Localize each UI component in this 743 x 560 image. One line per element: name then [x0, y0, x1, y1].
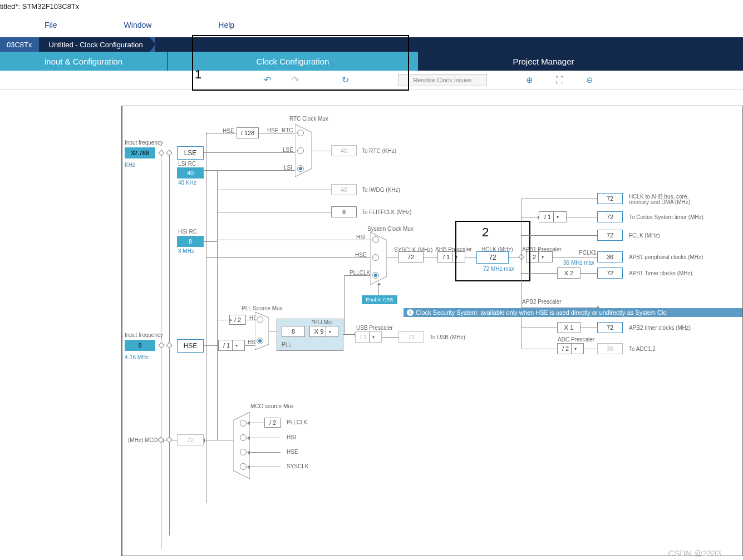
tab-strip: inout & Configuration Clock Configuratio…	[0, 52, 743, 71]
lsi-unit: 40 KHz	[178, 180, 196, 186]
menu-window[interactable]: Window	[124, 21, 152, 29]
lse-freq-input[interactable]: 32.768	[125, 147, 155, 158]
lsi-rc-label: LSI RC	[178, 161, 196, 167]
mco-hsi-label: HSI	[287, 434, 296, 440]
cortex-prescaler-select[interactable]: / 1▾	[539, 211, 567, 222]
mco-label: (MHz) MCO	[128, 437, 158, 443]
window-title: titled*: STM32F103C8Tx	[0, 0, 743, 13]
apb1-prescaler-select[interactable]: 2▾	[526, 251, 553, 262]
fit-icon[interactable]: ⛶	[555, 75, 564, 85]
apb1-timer-mul: X 2	[557, 267, 580, 279]
out-apb1p-value: 36	[597, 251, 623, 262]
hsi-unit: 8 MHz	[178, 248, 194, 254]
rtc-mux[interactable]	[295, 124, 312, 177]
reset-icon[interactable]: ↻	[331, 75, 359, 85]
hse-div-128: / 128	[237, 127, 259, 138]
menu-bar: File Window Help	[0, 13, 743, 37]
pll-mul-select[interactable]: X 9▾	[309, 326, 338, 337]
mco-value: 72	[177, 434, 204, 445]
out-apb2t-value: 72	[597, 322, 623, 333]
out-fclk-label: FCLK (MHz)	[629, 232, 660, 239]
out-adc-value: 36	[597, 343, 623, 354]
iwdg-value: 40	[331, 184, 357, 195]
to-rtc-label: To RTC (KHz)	[362, 148, 396, 154]
out-apb1p-label: APB1 peripheral clocks (MHz)	[629, 254, 703, 260]
pll-source-mux-label: PLL Source Mux	[242, 305, 283, 311]
undo-icon[interactable]: ↶	[253, 75, 281, 85]
zoom-out-icon[interactable]: ⊖	[586, 75, 593, 85]
ahb-prescaler-select[interactable]: / 1▾	[437, 251, 465, 262]
enable-css-button[interactable]: Enable CSS	[362, 295, 397, 304]
pll-block: 8 *PLLMul X 9▾ PLL	[277, 319, 343, 351]
out-ahb-label: HCLK to AHB bus, core, memory and DMA (M…	[629, 194, 701, 205]
hclk-value-input[interactable]: 72	[476, 251, 509, 264]
apb2-timer-mul: X 1	[557, 322, 580, 333]
lse-osc: LSE	[177, 146, 204, 160]
info-icon: i	[407, 309, 414, 316]
pll-input-value: 8	[282, 326, 305, 337]
adc-prescaler-label: ADC Prescaler	[558, 336, 594, 343]
pll-mul-label: *PLLMul	[312, 319, 333, 325]
mco-hse-label: HSE	[287, 449, 298, 455]
out-apb1t-value: 72	[597, 267, 623, 279]
rtc-mux-label: RTC Clock Mux	[289, 116, 328, 122]
usb-value: 72	[398, 331, 424, 343]
flitfclk-label: To FLITFCLK (MHz)	[362, 209, 411, 215]
watermark: CSDN @2333........	[668, 548, 740, 558]
out-cortex-label: To Cortex System timer (MHz)	[629, 214, 703, 220]
out-adc-label: To ADC1,2	[629, 346, 656, 352]
out-ahb-value: 72	[597, 193, 623, 204]
pclk1-label: PCLK1	[579, 250, 597, 256]
mco-sysclk-label: SYSCLK	[287, 463, 308, 469]
rtc-lsi-in: LSI	[284, 165, 292, 171]
sysclk-mux-label: System Clock Mux	[367, 226, 414, 232]
breadcrumb-chip[interactable]: 03C8Tx	[0, 37, 39, 52]
hse-rtc-label: HSE_RTC	[267, 127, 293, 133]
to-iwdg-label: To IWDG (KHz)	[362, 187, 400, 193]
mco-pll-div2: / 2	[264, 418, 281, 428]
pll-source-mux[interactable]	[255, 312, 269, 350]
mco-mux-label: MCO source Mux	[250, 403, 294, 409]
menu-help[interactable]: Help	[218, 21, 234, 29]
resolve-clock-issues-button[interactable]: Resolve Clock Issues	[398, 74, 487, 86]
tab-pinout[interactable]: inout & Configuration	[0, 52, 167, 71]
hse-input-freq-label: Input frequency	[125, 332, 163, 338]
pll-name: PLL	[282, 341, 292, 348]
menu-file[interactable]: File	[45, 21, 57, 29]
hsi-value: 8	[177, 236, 204, 247]
toolbar: 1 ↶ ↷ ↻ Resolve Clock Issues ⊕ ⛶ ⊖	[0, 71, 743, 90]
adc-prescaler-select[interactable]: / 2▾	[557, 343, 584, 354]
tab-project[interactable]: Project Manager	[419, 52, 668, 71]
usb-label: To USB (MHz)	[430, 334, 465, 340]
pclk1-max: 36 MHz max	[563, 260, 594, 266]
lse-input-freq-label: Input frequency	[125, 140, 163, 146]
lse-unit: KHz	[125, 162, 135, 168]
zoom-in-icon[interactable]: ⊕	[526, 75, 533, 85]
hse-prescaler-select[interactable]: / 1▾	[218, 340, 245, 351]
usb-prescaler-select[interactable]: / 1▾	[355, 331, 382, 343]
hse-osc: HSE	[177, 339, 204, 353]
hse-unit: 4-16 MHz	[125, 354, 149, 360]
apb2-prescaler-label: APB2 Prescaler	[522, 299, 562, 305]
rtc-out-value: 40	[331, 145, 357, 156]
annotation-label-1: 1	[195, 67, 201, 82]
sysclk-mux[interactable]	[370, 232, 387, 285]
hsi-rc-label: HSI RC	[178, 229, 197, 235]
sysclk-value: 72	[398, 251, 424, 262]
out-apb1t-label: APB1 Timer clocks (MHz)	[629, 270, 692, 276]
annotation-label-2: 2	[482, 225, 489, 240]
rtc-lse-in: LSE	[283, 147, 293, 153]
redo-icon[interactable]: ↷	[281, 75, 309, 85]
breadcrumb: 03C8Tx Untitled - Clock Configuration	[0, 37, 743, 52]
clock-diagram-canvas[interactable]: RTC Clock Mux Input frequency 32.768 KHz…	[121, 106, 743, 556]
flitfclk-value: 8	[331, 206, 357, 217]
usb-prescaler-label: USB Prescaler	[356, 325, 393, 331]
css-tooltip: i Clock Security System: available only …	[404, 308, 743, 317]
hclk-max: 72 MHz max	[483, 266, 514, 272]
tab-clock[interactable]: Clock Configuration	[168, 52, 418, 71]
out-fclk-value: 72	[597, 230, 623, 241]
breadcrumb-page[interactable]: Untitled - Clock Configuration	[39, 37, 150, 52]
lsi-value: 40	[177, 167, 204, 179]
hse-freq-input[interactable]: 8	[125, 340, 155, 351]
out-cortex-value: 72	[597, 211, 623, 222]
